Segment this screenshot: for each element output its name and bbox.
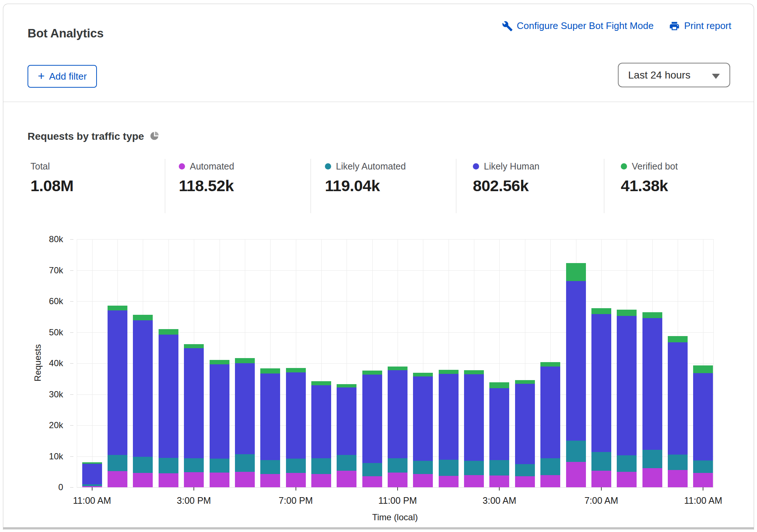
configure-link-label: Configure Super Bot Fight Mode	[517, 20, 654, 32]
time-range-select[interactable]: Last 24 hours	[618, 63, 730, 87]
stat-label: Likely Automated	[336, 161, 406, 172]
stat-likely-human: Likely Human802.56k	[473, 161, 539, 195]
time-range-value: Last 24 hours	[628, 69, 691, 81]
legend-dot-icon	[621, 163, 627, 170]
stat-value: 1.08M	[30, 177, 73, 195]
stat-value: 41.38k	[621, 177, 678, 195]
stat-divider	[604, 159, 604, 213]
stat-value: 802.56k	[473, 177, 539, 195]
print-report-link[interactable]: Print report	[669, 20, 731, 32]
stat-divider	[456, 159, 456, 213]
page-title: Bot Analytics	[28, 26, 104, 40]
stat-automated: Automated118.52k	[179, 161, 234, 195]
stat-value: 119.04k	[325, 177, 406, 195]
stat-label: Total	[30, 161, 50, 172]
chevron-down-icon	[712, 74, 720, 79]
legend-dot-icon	[179, 163, 185, 170]
stat-label: Verified bot	[632, 161, 678, 172]
bottom-divider	[3, 527, 754, 529]
bot-analytics-page: Bot Analytics Configure Super Bot Fight …	[0, 0, 757, 532]
legend-dot-icon	[325, 163, 331, 170]
header-divider	[3, 102, 754, 102]
stat-divider	[311, 159, 311, 213]
add-filter-label: Add filter	[49, 71, 87, 82]
stat-total: Total1.08M	[30, 161, 73, 195]
section-title-row: Requests by traffic type	[28, 131, 159, 142]
header-links: Configure Super Bot Fight Mode Print rep…	[502, 20, 731, 32]
stat-label: Automated	[190, 161, 234, 172]
configure-super-bot-fight-mode-link[interactable]: Configure Super Bot Fight Mode	[502, 20, 654, 32]
wrench-icon	[502, 21, 513, 32]
stat-divider	[165, 159, 165, 213]
stat-likely-automated: Likely Automated119.04k	[325, 161, 406, 195]
printer-icon	[669, 21, 680, 32]
legend-dot-icon	[473, 163, 479, 170]
print-link-label: Print report	[684, 20, 731, 32]
add-filter-button[interactable]: + Add filter	[28, 65, 97, 88]
pie-chart-icon	[149, 131, 159, 142]
stat-verified-bot: Verified bot41.38k	[621, 161, 678, 195]
plus-icon: +	[38, 70, 45, 82]
stat-label: Likely Human	[484, 161, 539, 172]
stat-value: 118.52k	[179, 177, 234, 195]
section-title: Requests by traffic type	[28, 131, 144, 142]
